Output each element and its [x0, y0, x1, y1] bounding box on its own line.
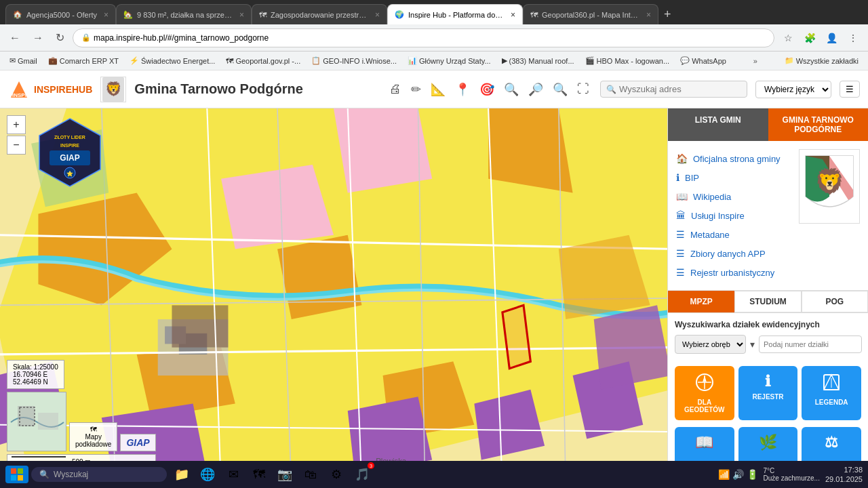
- zoom-in-tool[interactable]: 🔍: [501, 79, 521, 100]
- bookmark-whatsapp[interactable]: 💬 WhatsApp: [676, 55, 730, 66]
- geodetow-button[interactable]: DLA GEODETÓW: [675, 366, 734, 420]
- geodetow-label: DLA GEODETÓW: [679, 399, 730, 413]
- taskbar-browser-icon[interactable]: 🌐: [195, 462, 220, 487]
- gmina-tab[interactable]: GMINA TARNOWO PODGÓRNE: [768, 108, 869, 141]
- parcel-number-input[interactable]: [759, 336, 862, 353]
- link-wikipedia[interactable]: 📖 Wikipedia: [676, 187, 793, 206]
- bookmark-comarch[interactable]: 💼 Comarch ERP XT: [44, 55, 123, 66]
- bookmark-star-button[interactable]: ☆: [778, 28, 797, 47]
- grid-view-button[interactable]: ☰: [840, 81, 860, 98]
- menu-button[interactable]: ⋮: [844, 28, 863, 47]
- bookmarks-folder[interactable]: 📁 Wszystkie zakładki: [781, 55, 863, 66]
- zoom-out-button[interactable]: −: [7, 136, 26, 155]
- pin-button[interactable]: 📍: [452, 79, 473, 100]
- fullscreen-button[interactable]: ⛶: [574, 79, 592, 99]
- bookmark-gmail[interactable]: ✉ Gmail: [5, 55, 41, 66]
- bookmark-hbo[interactable]: 🎬 HBO Max - logowan...: [581, 55, 674, 66]
- weather-temp: 7°C: [764, 467, 820, 474]
- bookmark-manual[interactable]: ▶ (383) Manual roof...: [498, 55, 578, 66]
- tab-bar: 🏠 Agencja5000 - Oferty × 🏡 9 830 m², dzi…: [0, 0, 868, 24]
- forward-button[interactable]: →: [28, 29, 47, 47]
- bookmark-manual-label: (383) Manual roof...: [509, 57, 574, 65]
- measure-button[interactable]: 📐: [428, 79, 448, 100]
- tab-5-close[interactable]: ×: [646, 10, 651, 20]
- zoom-orig-tool[interactable]: 🔍: [550, 79, 570, 100]
- bookmark-swiadectwo[interactable]: ⚡ Świadectwo Energet...: [125, 55, 219, 66]
- profile-button[interactable]: 👤: [822, 28, 841, 47]
- link-official[interactable]: 🏠 Oficjalna strona gminy: [676, 149, 793, 168]
- tab-1[interactable]: 🏠 Agencja5000 - Oferty ×: [5, 4, 116, 24]
- taskbar-music-icon[interactable]: 🎵3: [350, 462, 374, 487]
- taskbar-email-icon[interactable]: ✉: [221, 462, 245, 487]
- bookmark-gus[interactable]: 📊 Główny Urząd Staty...: [403, 55, 495, 66]
- minimap[interactable]: [7, 392, 66, 451]
- studium-tab[interactable]: STUDIUM: [734, 291, 801, 312]
- lista-gmin-tab[interactable]: LISTA GMIN: [668, 108, 768, 141]
- taskbar-camera-icon[interactable]: 📷: [273, 462, 297, 487]
- bookmark-gmail-label: Gmail: [18, 57, 37, 65]
- zoom-in-button[interactable]: +: [7, 115, 26, 134]
- tab-1-title: Agencja5000 - Oferty: [26, 11, 97, 19]
- bookmark-geoinfo[interactable]: 📋 GEO-INFO i.Wniose...: [307, 55, 401, 66]
- address-search-input[interactable]: [619, 84, 741, 94]
- taskbar-settings-icon[interactable]: ⚙: [324, 462, 349, 487]
- taskbar-clock[interactable]: 17:38 29.01.2025: [825, 465, 863, 485]
- print-button[interactable]: 🖨: [387, 79, 404, 99]
- tab-4-close[interactable]: ×: [511, 10, 515, 20]
- address-search-box[interactable]: 🔍: [600, 81, 747, 98]
- tab-2-close[interactable]: ×: [239, 10, 244, 20]
- zoom-out-tool[interactable]: 🔎: [526, 79, 546, 100]
- tab-5[interactable]: 🗺 Geoportal360.pl - Mapa Intera... ×: [523, 4, 658, 24]
- bip-icon: ℹ: [676, 172, 679, 183]
- draw-button[interactable]: ✏: [408, 79, 424, 100]
- link-zbiory[interactable]: ☰ Zbiory danych APP: [676, 244, 860, 263]
- volume-icon[interactable]: 🔊: [732, 469, 744, 480]
- mpzp-tab[interactable]: MPZP: [668, 291, 734, 312]
- tab-1-close[interactable]: ×: [104, 10, 108, 20]
- bookmark-geoportal[interactable]: 🗺 Geoportal.gov.pl -...: [222, 56, 304, 66]
- taskbar-store-icon[interactable]: 🛍: [298, 462, 323, 487]
- tab-2[interactable]: 🏡 9 830 m², działka na sprzedaż ... ×: [116, 4, 252, 24]
- tab-3-close[interactable]: ×: [375, 10, 380, 20]
- parcels-select[interactable]: Wybierz obręb: [675, 335, 746, 354]
- link-uslugi[interactable]: 🏛 Usługi Inspire: [676, 206, 793, 225]
- target-button[interactable]: 🎯: [477, 79, 497, 100]
- svg-text:🦁: 🦁: [814, 167, 845, 196]
- tab-3-favicon: 🗺: [259, 11, 267, 19]
- link-bip[interactable]: ℹ BIP: [676, 168, 793, 187]
- language-select[interactable]: Wybierz język: [755, 81, 831, 98]
- legenda-button[interactable]: LEGENDA: [802, 366, 861, 420]
- link-metadane[interactable]: ☰ Metadane: [676, 225, 793, 244]
- zbiory-icon: ☰: [676, 248, 685, 259]
- svg-marker-7: [277, 235, 361, 319]
- pog-tab[interactable]: POG: [802, 291, 868, 312]
- address-bar[interactable]: 🔒: [73, 28, 774, 47]
- taskbar-maps-icon[interactable]: 🗺: [247, 462, 271, 487]
- start-button[interactable]: [5, 466, 28, 483]
- new-tab-button[interactable]: +: [658, 4, 677, 24]
- legend-map-icon: [822, 373, 841, 392]
- search-taskbar-icon: 🔍: [39, 470, 50, 479]
- tab-3[interactable]: 🗺 Zagospodarowanie przestrzen... ×: [252, 4, 387, 24]
- network-icon[interactable]: 📶: [718, 469, 730, 480]
- taskbar-pinned-icons: 📁 🌐 ✉ 🗺 📷 🛍 ⚙ 🎵3: [170, 462, 374, 487]
- header-tools: 🖨 ✏ 📐 📍 🎯 🔍 🔎 🔍 ⛶: [387, 79, 592, 100]
- taskbar-search[interactable]: 🔍 Wyszukaj: [31, 467, 167, 482]
- reload-button[interactable]: ↻: [52, 28, 68, 47]
- gus-icon: 📊: [408, 56, 417, 65]
- taskbar-file-manager[interactable]: 📁: [170, 462, 194, 487]
- more-bookmarks-button[interactable]: »: [749, 56, 762, 66]
- back-button[interactable]: ←: [5, 29, 24, 47]
- rejestr-button[interactable]: ℹ REJESTR: [738, 366, 798, 420]
- basemap-button[interactable]: 🗺 Mapypodkładowe: [69, 422, 117, 451]
- address-input[interactable]: [94, 33, 766, 43]
- sidebar: LISTA GMIN GMINA TARNOWO PODGÓRNE: [667, 108, 868, 488]
- map-area[interactable]: Plewiska Plewiska Poznań + − ZŁOTY LIDER…: [0, 108, 667, 488]
- tab-4[interactable]: 🌍 Inspire Hub - Platforma do pub... ×: [387, 4, 523, 24]
- link-rejestr[interactable]: ☰ Rejestr urbanistyczny: [676, 263, 860, 282]
- mpzp-tabs: MPZP STUDIUM POG: [668, 290, 868, 313]
- link-zbiory-label: Zbiory danych APP: [690, 249, 766, 259]
- parcels-title: Wyszukiwarka działek ewidencyjnych: [675, 320, 861, 329]
- legenda-icon: [822, 373, 841, 396]
- extensions-button[interactable]: 🧩: [800, 28, 819, 47]
